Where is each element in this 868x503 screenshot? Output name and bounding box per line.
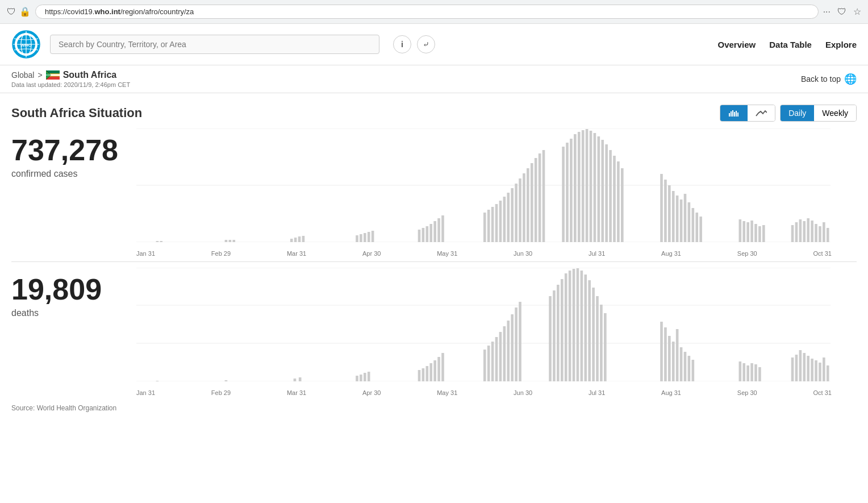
address-bar[interactable]: https://covid19.who.int/region/afro/coun… — [35, 5, 819, 19]
svg-rect-137 — [549, 296, 552, 381]
star-icon[interactable]: ☆ — [853, 6, 861, 17]
svg-rect-52 — [499, 201, 502, 242]
svg-rect-47 — [441, 215, 444, 242]
svg-rect-133 — [507, 321, 510, 381]
svg-rect-126 — [441, 353, 444, 381]
svg-rect-21 — [734, 112, 735, 117]
svg-rect-163 — [746, 365, 749, 381]
confirmed-cases-number: 737,278 — [11, 134, 136, 167]
svg-rect-99 — [795, 222, 798, 242]
svg-rect-164 — [750, 363, 753, 381]
svg-rect-96 — [758, 226, 761, 242]
browser-action-icons: ··· 🛡 ☆ — [823, 6, 861, 17]
svg-rect-32 — [290, 239, 293, 242]
svg-rect-142 — [569, 271, 571, 381]
search-input[interactable] — [50, 35, 379, 54]
svg-rect-78 — [617, 161, 620, 242]
svg-rect-105 — [819, 226, 821, 242]
chart-divider — [11, 261, 857, 262]
period-group: Daily Weekly — [780, 105, 857, 122]
lock-icon: 🔒 — [19, 6, 31, 17]
svg-rect-122 — [426, 366, 429, 381]
svg-rect-64 — [562, 147, 565, 242]
svg-rect-140 — [561, 279, 564, 381]
svg-rect-157 — [680, 347, 683, 381]
svg-rect-29 — [225, 240, 228, 242]
svg-rect-72 — [594, 133, 596, 242]
daily-button[interactable]: Daily — [781, 105, 814, 121]
svg-rect-94 — [750, 221, 753, 242]
svg-rect-112 — [156, 381, 159, 381]
svg-rect-60 — [531, 163, 533, 242]
globe-icon: 🌐 — [844, 73, 857, 85]
source-text: Source: World Health Organization — [11, 404, 857, 412]
svg-rect-159 — [688, 356, 691, 381]
info-button[interactable]: i — [393, 35, 411, 53]
svg-rect-38 — [364, 233, 366, 242]
svg-rect-88 — [692, 208, 695, 242]
chart-type-group — [720, 105, 775, 122]
svg-rect-33 — [294, 238, 297, 242]
nav-overview[interactable]: Overview — [718, 40, 756, 49]
svg-rect-156 — [676, 329, 679, 381]
pocket-icon[interactable]: 🛡 — [837, 7, 846, 17]
svg-rect-54 — [507, 193, 510, 242]
back-to-top-button[interactable]: Back to top 🌐 — [801, 73, 857, 85]
svg-rect-147 — [588, 280, 591, 381]
svg-rect-102 — [807, 218, 809, 242]
svg-rect-37 — [360, 234, 362, 242]
svg-rect-34 — [298, 236, 301, 242]
svg-rect-90 — [699, 217, 702, 242]
situation-header: South Africa Situation — [11, 105, 857, 122]
deaths-row: 19,809 deaths — [11, 268, 857, 381]
line-chart-button[interactable] — [748, 105, 775, 121]
deaths-label: deaths — [11, 308, 136, 318]
svg-rect-83 — [672, 191, 675, 242]
svg-rect-125 — [437, 357, 440, 381]
svg-rect-95 — [754, 224, 757, 242]
nav-explore[interactable]: Explore — [825, 40, 857, 49]
shield-icon: 🛡 — [7, 7, 16, 17]
main-content: South Africa Situation — [0, 93, 868, 423]
svg-rect-75 — [605, 144, 608, 242]
svg-rect-80 — [660, 174, 663, 242]
svg-rect-117 — [360, 375, 362, 381]
svg-rect-73 — [598, 136, 600, 242]
svg-rect-65 — [566, 143, 569, 242]
share-button[interactable]: ⤶ — [417, 35, 435, 53]
svg-rect-123 — [429, 363, 432, 381]
bar-chart-button[interactable] — [720, 105, 748, 121]
svg-rect-58 — [523, 173, 525, 242]
breadcrumb: Global > South Africa — [11, 70, 130, 80]
breadcrumb-country: South Africa — [63, 70, 117, 80]
svg-rect-170 — [803, 353, 806, 381]
share-icon: ⤶ — [423, 40, 429, 49]
svg-rect-28 — [160, 241, 162, 242]
back-to-top-label: Back to top — [801, 74, 841, 84]
svg-rect-62 — [539, 153, 541, 242]
svg-rect-39 — [368, 232, 370, 242]
svg-rect-150 — [600, 305, 603, 381]
svg-rect-82 — [668, 185, 671, 242]
svg-rect-56 — [515, 184, 518, 242]
who-header: WHO i ⤶ Overview Data Table Explore — [0, 24, 868, 65]
svg-rect-139 — [557, 285, 560, 381]
svg-rect-85 — [680, 199, 683, 242]
svg-rect-173 — [815, 360, 817, 381]
svg-rect-70 — [586, 129, 589, 242]
svg-rect-98 — [791, 225, 794, 242]
svg-rect-51 — [495, 204, 498, 242]
nav-data-table[interactable]: Data Table — [769, 40, 812, 49]
info-icon: i — [401, 40, 403, 49]
svg-rect-53 — [503, 197, 506, 242]
svg-rect-50 — [491, 207, 494, 242]
deaths-stat: 19,809 deaths — [11, 268, 136, 318]
bar-chart-icon — [728, 109, 740, 118]
breadcrumb-global[interactable]: Global — [11, 70, 34, 80]
main-nav: Overview Data Table Explore — [718, 40, 857, 49]
svg-rect-115 — [299, 377, 302, 381]
more-icon[interactable]: ··· — [823, 7, 831, 17]
weekly-button[interactable]: Weekly — [814, 105, 856, 121]
svg-rect-93 — [746, 222, 749, 242]
svg-rect-106 — [823, 222, 825, 242]
